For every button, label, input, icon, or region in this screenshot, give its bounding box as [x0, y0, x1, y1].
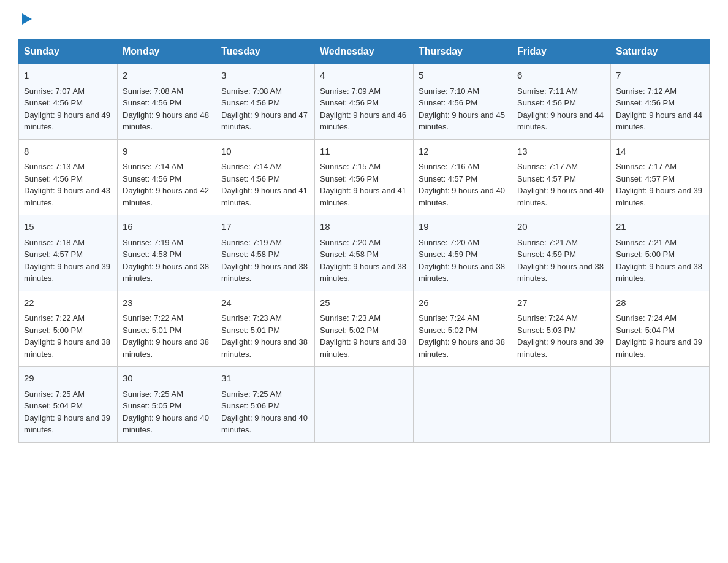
calendar-day-cell: 12Sunrise: 7:16 AMSunset: 4:57 PMDayligh…	[414, 139, 512, 215]
calendar-week-row: 15Sunrise: 7:18 AMSunset: 4:57 PMDayligh…	[19, 215, 710, 291]
day-info: Sunrise: 7:18 AMSunset: 4:57 PMDaylight:…	[24, 238, 110, 283]
calendar-day-cell: 31Sunrise: 7:25 AMSunset: 5:06 PMDayligh…	[216, 367, 315, 443]
day-number: 16	[123, 220, 211, 234]
calendar-day-cell: 18Sunrise: 7:20 AMSunset: 4:58 PMDayligh…	[315, 215, 414, 291]
calendar-day-cell: 29Sunrise: 7:25 AMSunset: 5:04 PMDayligh…	[19, 367, 118, 443]
calendar-day-cell	[611, 367, 710, 443]
day-number: 14	[616, 145, 704, 159]
day-number: 27	[517, 296, 605, 310]
calendar-day-cell: 17Sunrise: 7:19 AMSunset: 4:58 PMDayligh…	[216, 215, 315, 291]
day-number: 24	[221, 296, 309, 310]
day-info: Sunrise: 7:14 AMSunset: 4:56 PMDaylight:…	[221, 162, 308, 207]
day-number: 29	[24, 372, 112, 386]
day-number: 18	[320, 220, 408, 234]
day-info: Sunrise: 7:21 AMSunset: 5:00 PMDaylight:…	[616, 238, 702, 283]
day-number: 5	[419, 69, 507, 83]
day-info: Sunrise: 7:25 AMSunset: 5:06 PMDaylight:…	[221, 389, 308, 435]
calendar-table: SundayMondayTuesdayWednesdayThursdayFrid…	[18, 39, 710, 443]
page-header	[18, 12, 710, 27]
weekday-header-row: SundayMondayTuesdayWednesdayThursdayFrid…	[19, 40, 710, 64]
calendar-day-cell: 30Sunrise: 7:25 AMSunset: 5:05 PMDayligh…	[118, 367, 216, 443]
calendar-day-cell	[414, 367, 512, 443]
weekday-header-tuesday: Tuesday	[216, 40, 315, 64]
day-info: Sunrise: 7:12 AMSunset: 4:56 PMDaylight:…	[616, 86, 702, 132]
calendar-day-cell: 2Sunrise: 7:08 AMSunset: 4:56 PMDaylight…	[118, 64, 216, 140]
logo-triangle-icon	[20, 12, 33, 26]
calendar-day-cell: 7Sunrise: 7:12 AMSunset: 4:56 PMDaylight…	[611, 64, 710, 140]
calendar-day-cell: 3Sunrise: 7:08 AMSunset: 4:56 PMDaylight…	[216, 64, 315, 140]
day-number: 26	[419, 296, 507, 310]
day-info: Sunrise: 7:25 AMSunset: 5:05 PMDaylight:…	[123, 389, 209, 435]
day-number: 7	[616, 69, 704, 83]
day-number: 30	[123, 372, 211, 386]
day-number: 10	[221, 145, 309, 159]
weekday-header-saturday: Saturday	[611, 40, 710, 64]
day-number: 13	[517, 145, 605, 159]
calendar-day-cell: 25Sunrise: 7:23 AMSunset: 5:02 PMDayligh…	[315, 291, 414, 367]
day-info: Sunrise: 7:08 AMSunset: 4:56 PMDaylight:…	[123, 86, 209, 132]
day-info: Sunrise: 7:24 AMSunset: 5:03 PMDaylight:…	[517, 313, 604, 359]
day-number: 20	[517, 220, 605, 234]
calendar-day-cell: 20Sunrise: 7:21 AMSunset: 4:59 PMDayligh…	[512, 215, 611, 291]
day-info: Sunrise: 7:23 AMSunset: 5:02 PMDaylight:…	[320, 313, 406, 359]
calendar-day-cell: 28Sunrise: 7:24 AMSunset: 5:04 PMDayligh…	[611, 291, 710, 367]
day-number: 3	[221, 69, 309, 83]
day-number: 6	[517, 69, 605, 83]
day-number: 28	[616, 296, 704, 310]
day-info: Sunrise: 7:07 AMSunset: 4:56 PMDaylight:…	[24, 86, 110, 132]
day-number: 11	[320, 145, 408, 159]
day-number: 21	[616, 220, 704, 234]
calendar-week-row: 1Sunrise: 7:07 AMSunset: 4:56 PMDaylight…	[19, 64, 710, 140]
calendar-week-row: 29Sunrise: 7:25 AMSunset: 5:04 PMDayligh…	[19, 367, 710, 443]
day-info: Sunrise: 7:19 AMSunset: 4:58 PMDaylight:…	[221, 238, 308, 283]
day-number: 22	[24, 296, 112, 310]
day-info: Sunrise: 7:21 AMSunset: 4:59 PMDaylight:…	[517, 238, 604, 283]
day-info: Sunrise: 7:24 AMSunset: 5:02 PMDaylight:…	[419, 313, 505, 359]
day-info: Sunrise: 7:14 AMSunset: 4:56 PMDaylight:…	[123, 162, 209, 207]
calendar-day-cell: 11Sunrise: 7:15 AMSunset: 4:56 PMDayligh…	[315, 139, 414, 215]
day-number: 15	[24, 220, 112, 234]
calendar-day-cell: 23Sunrise: 7:22 AMSunset: 5:01 PMDayligh…	[118, 291, 216, 367]
day-info: Sunrise: 7:20 AMSunset: 4:59 PMDaylight:…	[419, 238, 505, 283]
calendar-week-row: 8Sunrise: 7:13 AMSunset: 4:56 PMDaylight…	[19, 139, 710, 215]
calendar-day-cell: 14Sunrise: 7:17 AMSunset: 4:57 PMDayligh…	[611, 139, 710, 215]
day-number: 23	[123, 296, 211, 310]
day-info: Sunrise: 7:09 AMSunset: 4:56 PMDaylight:…	[320, 86, 406, 132]
day-info: Sunrise: 7:10 AMSunset: 4:56 PMDaylight:…	[419, 86, 505, 132]
day-number: 17	[221, 220, 309, 234]
day-number: 25	[320, 296, 408, 310]
day-number: 1	[24, 69, 112, 83]
calendar-day-cell: 9Sunrise: 7:14 AMSunset: 4:56 PMDaylight…	[118, 139, 216, 215]
day-info: Sunrise: 7:25 AMSunset: 5:04 PMDaylight:…	[24, 389, 110, 435]
day-info: Sunrise: 7:19 AMSunset: 4:58 PMDaylight:…	[123, 238, 209, 283]
logo	[18, 12, 33, 27]
weekday-header-thursday: Thursday	[414, 40, 512, 64]
calendar-day-cell: 24Sunrise: 7:23 AMSunset: 5:01 PMDayligh…	[216, 291, 315, 367]
weekday-header-friday: Friday	[512, 40, 611, 64]
calendar-day-cell: 13Sunrise: 7:17 AMSunset: 4:57 PMDayligh…	[512, 139, 611, 215]
day-info: Sunrise: 7:20 AMSunset: 4:58 PMDaylight:…	[320, 238, 406, 283]
day-info: Sunrise: 7:16 AMSunset: 4:57 PMDaylight:…	[419, 162, 505, 207]
calendar-day-cell: 8Sunrise: 7:13 AMSunset: 4:56 PMDaylight…	[19, 139, 118, 215]
day-info: Sunrise: 7:23 AMSunset: 5:01 PMDaylight:…	[221, 313, 308, 359]
weekday-header-monday: Monday	[118, 40, 216, 64]
day-info: Sunrise: 7:15 AMSunset: 4:56 PMDaylight:…	[320, 162, 406, 207]
day-number: 19	[419, 220, 507, 234]
day-info: Sunrise: 7:24 AMSunset: 5:04 PMDaylight:…	[616, 313, 702, 359]
day-number: 2	[123, 69, 211, 83]
day-info: Sunrise: 7:08 AMSunset: 4:56 PMDaylight:…	[221, 86, 308, 132]
day-info: Sunrise: 7:22 AMSunset: 5:00 PMDaylight:…	[24, 313, 110, 359]
calendar-day-cell: 10Sunrise: 7:14 AMSunset: 4:56 PMDayligh…	[216, 139, 315, 215]
calendar-day-cell: 19Sunrise: 7:20 AMSunset: 4:59 PMDayligh…	[414, 215, 512, 291]
day-info: Sunrise: 7:13 AMSunset: 4:56 PMDaylight:…	[24, 162, 110, 207]
svg-marker-0	[22, 13, 32, 25]
day-number: 31	[221, 372, 309, 386]
day-number: 12	[419, 145, 507, 159]
day-info: Sunrise: 7:17 AMSunset: 4:57 PMDaylight:…	[517, 162, 604, 207]
calendar-day-cell: 26Sunrise: 7:24 AMSunset: 5:02 PMDayligh…	[414, 291, 512, 367]
day-number: 4	[320, 69, 408, 83]
calendar-day-cell: 21Sunrise: 7:21 AMSunset: 5:00 PMDayligh…	[611, 215, 710, 291]
calendar-day-cell: 27Sunrise: 7:24 AMSunset: 5:03 PMDayligh…	[512, 291, 611, 367]
calendar-day-cell	[315, 367, 414, 443]
calendar-day-cell: 22Sunrise: 7:22 AMSunset: 5:00 PMDayligh…	[19, 291, 118, 367]
